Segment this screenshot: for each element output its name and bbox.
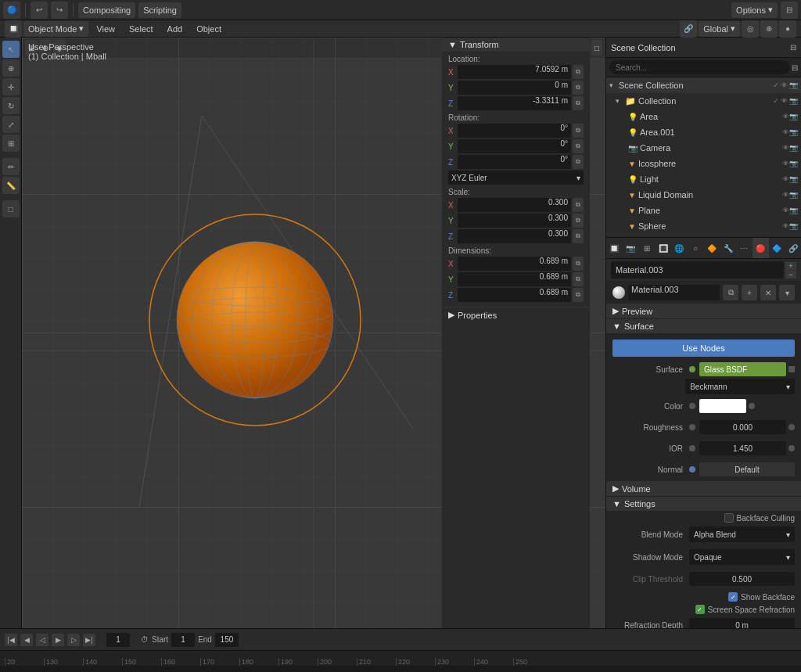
slot-remove[interactable]: − [785,271,796,279]
refraction-depth-field[interactable]: 0 m [689,618,795,628]
plane-cam[interactable]: 📷 [789,207,798,214]
prop-tab-data[interactable]: 🔷 [769,238,785,258]
rotation-mode-dropdown[interactable]: XYZ Euler ▾ [448,171,584,185]
settings-section[interactable]: ▼ Settings [606,497,801,512]
distribution-dropdown[interactable]: Beckmann ▾ [685,379,795,394]
prop-tab-scene[interactable]: 🔲 [606,238,623,258]
screen-space-refraction-checkbox[interactable]: ✓ [695,605,705,614]
scale-y-copy[interactable]: ⧉ [573,214,584,228]
scene-collection-row[interactable]: ▾ Scene Collection ✓ 👁 📷 [606,77,801,93]
dim-y-copy[interactable]: ⧉ [573,272,584,286]
liq-cam[interactable]: 📷 [789,191,798,199]
outliner-filter-btn[interactable]: ⊟ [792,63,798,72]
scene-vis-icon[interactable]: ✓ [773,81,779,89]
timeline-next-btn[interactable]: ▶| [83,634,95,646]
snap-icon[interactable]: 🔗 [680,20,697,38]
roughness-field[interactable]: 0.000 [699,420,786,434]
liquid-domain-row[interactable]: ▼ Liquid Domain 👁 📷 [606,187,801,203]
blender-logo[interactable]: 🔵 [3,2,20,19]
scale-z-copy[interactable]: ⧉ [573,229,584,243]
outliner-filter-icon[interactable]: ⊟ [790,43,796,52]
prop-tab-material[interactable]: 🔴 [753,238,769,258]
loc-x-input[interactable]: 7.0592 m [458,65,571,79]
prop-tab-constraint[interactable]: 🔗 [785,238,801,258]
cursor-tool[interactable]: ⊕ [2,59,20,77]
scene-cam-icon[interactable]: 📷 [789,81,798,89]
options-button[interactable]: Options ▾ [731,2,778,18]
light-row[interactable]: 💡 Light 👁 📷 [606,171,801,187]
loc-y-copy[interactable]: ⧉ [573,81,584,95]
undo-icon[interactable]: ↩ [31,2,48,19]
prop-tab-particles[interactable]: ⋯ [736,238,753,258]
liq-vis[interactable]: 👁 [782,191,789,199]
prop-tab-render[interactable]: 📷 [623,238,639,258]
start-frame-input[interactable]: 1 [171,633,195,647]
rot-y-copy[interactable]: ⧉ [573,139,584,153]
add-cube-tool[interactable]: □ [2,200,20,217]
area001-cam[interactable]: 📷 [789,128,798,136]
clip-threshold-field[interactable]: 0.500 [689,572,795,586]
rot-z-input[interactable]: 0° [458,155,571,169]
loc-z-copy[interactable]: ⧉ [573,96,584,110]
col-check[interactable]: ✓ [773,97,779,105]
scale-x-input[interactable]: 0.300 [458,198,571,212]
overlay-icon[interactable]: ⊕ [760,20,778,38]
plane-vis[interactable]: 👁 [782,207,789,214]
material-copy-btn[interactable]: ⧉ [723,285,738,300]
material-new-btn[interactable]: + [742,285,757,300]
scene-render-icon[interactable]: 👁 [781,81,788,89]
normal-dot[interactable] [689,466,695,473]
material-options-btn[interactable]: ▾ [779,285,795,300]
ior-dot[interactable] [689,445,695,451]
loc-y-input[interactable]: 0 m [458,81,571,95]
color-swatch[interactable] [699,399,746,413]
show-backface-checkbox[interactable]: ✓ [728,592,738,602]
rot-x-input[interactable]: 0° [458,124,571,138]
prop-tab-object[interactable]: 🔶 [704,238,720,258]
move-tool[interactable]: ✛ [2,78,20,95]
material-delete-btn[interactable]: ✕ [760,285,776,300]
roughness-right-dot[interactable] [788,424,795,430]
cam-vis[interactable]: 👁 [782,144,789,152]
redo-icon[interactable]: ↪ [51,2,68,19]
ico-vis[interactable]: 👁 [782,160,789,167]
plane-row[interactable]: ▼ Plane 👁 📷 [606,203,801,218]
dim-z-input[interactable]: 0.689 m [458,288,571,302]
normal-field[interactable]: Default [699,462,795,476]
sphere-cam[interactable]: 📷 [789,222,798,230]
blend-mode-dropdown[interactable]: Alpha Blend ▾ [689,526,795,542]
timeline-forward-btn[interactable]: ▷ [67,634,80,646]
prop-tab-scene2[interactable]: 🌐 [671,238,688,258]
menu-view[interactable]: View [90,23,121,34]
scale-tool[interactable]: ⤢ [2,116,20,133]
color-dot[interactable] [689,403,695,409]
camera-row[interactable]: 📷 Camera 👁 📷 [606,140,801,156]
surface-section-header[interactable]: ▼ Surface [606,319,801,334]
mode-icon[interactable]: 🔲 [5,20,22,38]
dim-x-input[interactable]: 0.689 m [458,257,571,271]
ior-field[interactable]: 1.450 [699,441,786,455]
current-frame-input[interactable]: 1 [106,633,130,647]
dim-x-copy[interactable]: ⧉ [573,257,584,271]
surface-shader-field[interactable]: Glass BSDF [699,362,786,376]
scale-z-input[interactable]: 0.300 [458,229,571,243]
outliner-search-input[interactable] [609,60,790,74]
select-tool[interactable]: ↖ [2,41,20,58]
proportional-icon[interactable]: ◎ [742,20,759,38]
timeline-back-btn[interactable]: ◁ [36,634,48,646]
scale-y-input[interactable]: 0.300 [458,214,571,228]
backface-culling-checkbox[interactable] [724,513,734,523]
menu-add[interactable]: Add [161,23,189,34]
area-cam[interactable]: 📷 [789,113,798,120]
cam-cam[interactable]: 📷 [789,144,798,152]
rot-z-copy[interactable]: ⧉ [573,155,584,169]
loc-z-input[interactable]: -3.3311 m [458,96,571,110]
material-slot[interactable]: Material.003 [611,261,784,279]
material-name-field[interactable]: Material.003 [628,285,720,300]
prop-tab-modifier[interactable]: 🔧 [720,238,736,258]
color-right-dot[interactable] [749,403,755,409]
area001-vis[interactable]: 👁 [782,128,789,136]
timeline-prev-btn[interactable]: ◀ [20,634,33,646]
sphere-vis[interactable]: 👁 [782,222,789,230]
col-cam[interactable]: 📷 [789,97,798,105]
